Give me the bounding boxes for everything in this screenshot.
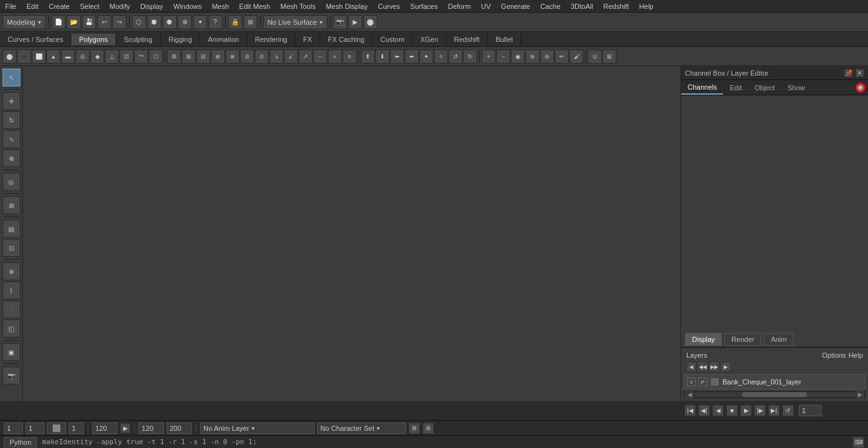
play-fwd-btn[interactable]: ▶ <box>740 405 752 416</box>
anim-layer-dropdown[interactable]: No Anim Layer <box>200 423 315 434</box>
python-label[interactable]: Python <box>4 437 37 447</box>
layer-row[interactable]: V P Bank_Cheque_001_layer <box>684 374 865 390</box>
tool-pyramid[interactable]: △ <box>105 50 119 64</box>
menu-generate[interactable]: Generate <box>496 1 535 11</box>
redo-btn[interactable]: ↪ <box>112 15 126 29</box>
status-field-2[interactable]: 1 <box>25 423 44 434</box>
color-indicator[interactable] <box>855 83 865 93</box>
cb-tab-object[interactable]: Object <box>748 81 781 94</box>
layer-new-btn[interactable]: ▶ <box>721 362 731 372</box>
live-surface-dropdown[interactable]: No Live Surface <box>263 15 327 29</box>
tool-delete[interactable]: − <box>496 50 510 64</box>
tab-xgen[interactable]: XGen <box>412 34 446 45</box>
paint-btn[interactable]: ⬣ <box>163 15 177 29</box>
layers-options-btn[interactable]: Options <box>822 351 846 359</box>
tool-combine[interactable]: ⊕ <box>211 50 225 64</box>
snap-curve[interactable]: ⌇ <box>3 282 20 299</box>
tool-extract[interactable]: ⊘ <box>240 50 254 64</box>
tool-connect[interactable]: ✧ <box>434 50 448 64</box>
magnet-btn[interactable]: ✦ <box>193 15 207 29</box>
tool-paint2[interactable]: 🖌 <box>569 50 583 64</box>
tool-sculpt[interactable]: ✏ <box>555 50 569 64</box>
tool-mirror[interactable]: ↔ <box>313 50 327 64</box>
menu-display[interactable]: Display <box>135 1 168 11</box>
tab-bullet[interactable]: Bullet <box>488 34 522 45</box>
tool-reduce[interactable]: ↘ <box>269 50 283 64</box>
layer-add-btn[interactable]: ◀ <box>686 362 696 372</box>
status-field-1[interactable]: 1 <box>4 423 23 434</box>
render-region[interactable]: ▣ <box>3 343 20 361</box>
snap-view[interactable]: ◰ <box>3 320 20 337</box>
tool-merge[interactable]: ⊛ <box>526 50 539 64</box>
char-set-dropdown[interactable]: No Character Set <box>317 423 406 434</box>
layers-help-btn[interactable]: Help <box>848 351 863 359</box>
frame-all[interactable]: ⊡ <box>3 239 20 257</box>
soft-select[interactable]: ◎ <box>3 173 20 191</box>
tab-rigging[interactable]: Rigging <box>161 34 200 45</box>
snap-grid[interactable]: ⊗ <box>3 262 20 280</box>
snap-point[interactable]: · <box>3 301 20 318</box>
tool-poke[interactable]: ✦ <box>419 50 433 64</box>
tool-spin[interactable]: ↺ <box>449 50 463 64</box>
tab-polygons[interactable]: Polygons <box>71 34 116 45</box>
menu-create[interactable]: Create <box>44 1 75 11</box>
menu-file[interactable]: File <box>0 1 22 11</box>
tool-fill[interactable]: ⊙ <box>255 50 269 64</box>
menu-curves[interactable]: Curves <box>373 1 405 11</box>
prefs-btn[interactable]: ⚙ <box>409 423 420 434</box>
tool-cube[interactable]: ⬛ <box>17 50 31 64</box>
speed-field[interactable]: 120 <box>92 423 118 434</box>
cam-btn[interactable]: 📷 <box>333 15 347 29</box>
menu-edit-mesh[interactable]: Edit Mesh <box>234 1 275 11</box>
layer-back-btn[interactable]: ◀◀ <box>698 362 708 372</box>
tab-fx-caching[interactable]: FX Caching <box>320 34 372 45</box>
lasso-btn[interactable]: ⬢ <box>147 15 161 29</box>
play-back-btn[interactable]: ◀ <box>712 405 724 416</box>
universal-tool[interactable]: ⊕ <box>3 149 20 167</box>
tool-soccer[interactable]: ⬡ <box>149 50 163 64</box>
tool-remesh[interactable]: ↙ <box>284 50 298 64</box>
tab-redshift[interactable]: Redshift <box>447 34 488 45</box>
tool-deform[interactable]: ⊜ <box>540 50 554 64</box>
menu-surfaces[interactable]: Surfaces <box>405 1 443 11</box>
tool-separate[interactable]: ⊗ <box>226 50 240 64</box>
loop-btn[interactable]: ↺ <box>782 405 794 416</box>
quick-layout[interactable]: ▤ <box>3 220 20 238</box>
show-manip[interactable]: ⊞ <box>3 196 20 214</box>
save-file-btn[interactable]: 💾 <box>82 15 96 29</box>
lock-btn[interactable]: 🔒 <box>228 15 242 29</box>
menu-deform[interactable]: Deform <box>443 1 476 11</box>
question-btn[interactable]: ? <box>208 15 222 29</box>
rotate-tool[interactable]: ↻ <box>3 111 20 129</box>
mode-dropdown[interactable]: Modeling <box>3 15 46 29</box>
tab-animation[interactable]: Animation <box>200 34 247 45</box>
tab-curves-surfaces[interactable]: Curves / Surfaces <box>0 34 71 45</box>
undo-btn[interactable]: ↩ <box>97 15 111 29</box>
xform-btn[interactable]: ⊞ <box>243 15 257 29</box>
tool-cylinder[interactable]: ⬜ <box>32 50 46 64</box>
select-tool-btn[interactable]: ⬡ <box>132 15 146 29</box>
menu-uv[interactable]: UV <box>476 1 496 11</box>
menu-3dtall[interactable]: 3DtoAll <box>566 1 598 11</box>
menu-windows[interactable]: Windows <box>168 1 207 11</box>
snap-btn[interactable]: ⊕ <box>178 15 192 29</box>
dr-tab-display[interactable]: Display <box>685 333 722 346</box>
prev-frame-btn[interactable]: ◀| <box>698 405 710 416</box>
menu-cache[interactable]: Cache <box>535 1 566 11</box>
tool-append[interactable]: + <box>482 50 496 64</box>
tool-uv[interactable]: U <box>588 50 602 64</box>
cb-close-btn[interactable]: ✕ <box>855 69 864 78</box>
tool-gear[interactable]: ⚙ <box>167 50 181 64</box>
cb-tab-show[interactable]: Show <box>781 81 811 94</box>
menu-help[interactable]: Help <box>634 1 659 11</box>
menu-select[interactable]: Select <box>75 1 105 11</box>
layer-fwd-btn[interactable]: ▶▶ <box>709 362 719 372</box>
script-editor-btn[interactable]: ⌨ <box>853 437 864 448</box>
open-file-btn[interactable]: 📂 <box>67 15 81 29</box>
scroll-left-btn[interactable]: ◀ <box>685 390 694 399</box>
cb-tab-edit[interactable]: Edit <box>723 81 748 94</box>
stop-btn[interactable]: ■ <box>726 405 738 416</box>
tool-wedge[interactable]: ➡ <box>405 50 419 64</box>
move-tool[interactable]: ✛ <box>3 92 20 110</box>
select-tool[interactable]: ↖ <box>3 69 20 86</box>
